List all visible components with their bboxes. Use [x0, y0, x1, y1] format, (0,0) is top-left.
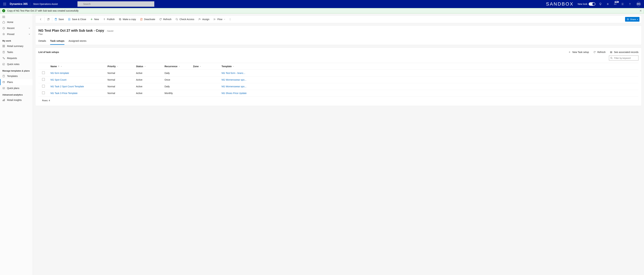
svg-point-64 [611, 57, 612, 58]
nav-templates[interactable]: Templates [0, 73, 33, 79]
save-close-button[interactable]: Save & Close [66, 16, 88, 22]
nav-retail-insights-label: Retail insights [7, 99, 22, 101]
nav-recent-label: Recent [7, 27, 14, 29]
column-header-name[interactable]: Name [50, 65, 108, 68]
chevron-down-icon: ▾ [637, 18, 638, 20]
task-name-link[interactable]: NG Spot Count [50, 78, 66, 81]
nav-requests[interactable]: Requests [0, 55, 33, 61]
cell-recurrence: Daily [164, 72, 193, 74]
new-look-toggle[interactable] [589, 2, 595, 6]
nav-home[interactable]: Home [0, 19, 33, 25]
table-row[interactable]: NG Task 3 Price TemplateNormalActiveMont… [38, 90, 638, 96]
help-icon[interactable] [628, 2, 632, 6]
template-link[interactable]: NG Test form - branc... [222, 72, 245, 74]
row-checkbox[interactable] [42, 91, 45, 94]
search-icon [610, 57, 612, 59]
new-task-setup-button[interactable]: New Task setup [568, 51, 589, 53]
brand-label[interactable]: Dynamics 365 [8, 2, 30, 5]
nav-retail-insights[interactable]: Retail insights [0, 97, 33, 103]
cell-status: Active [136, 78, 164, 81]
plus-icon[interactable] [606, 2, 610, 6]
nav-quick-notes-label: Quick notes [7, 63, 20, 65]
app-launcher-icon[interactable] [2, 1, 8, 7]
save-button[interactable]: Save [52, 16, 66, 22]
app-name-label[interactable]: Store Operations Assist [30, 3, 61, 5]
user-avatar[interactable]: MS [636, 2, 641, 6]
nav-retail-summary[interactable]: Retail summary [0, 43, 33, 49]
svg-rect-34 [3, 81, 5, 83]
lightbulb-icon[interactable] [598, 2, 602, 6]
filter-keyword-input[interactable] [609, 55, 638, 60]
global-search-input[interactable] [78, 1, 154, 7]
tab-task-setups[interactable]: Task setups [50, 39, 64, 45]
site-nav: Home Recent Pinned My work Retail summar… [0, 13, 33, 275]
nav-recent[interactable]: Recent [0, 25, 33, 31]
flow-button[interactable]: Flow [211, 16, 228, 22]
nav-home-label: Home [7, 21, 13, 23]
column-header-template[interactable]: Template [222, 65, 635, 68]
see-associated-button[interactable]: See associated records [610, 51, 638, 53]
notification-badge: 99+ [615, 1, 619, 3]
make-copy-button[interactable]: Make a copy [117, 16, 138, 22]
new-label: New [94, 18, 99, 21]
save-close-label: Save & Close [72, 18, 86, 21]
cell-status: Active [136, 92, 164, 94]
deactivate-button[interactable]: Deactivate [138, 16, 157, 22]
svg-point-13 [622, 4, 623, 4]
tab-details[interactable]: Details [38, 39, 46, 45]
task-name-link[interactable]: NG Task 2 Spot Count Template [50, 85, 84, 88]
nav-pinned[interactable]: Pinned [0, 31, 33, 37]
banner-close-icon[interactable] [640, 9, 642, 12]
column-header-status[interactable]: Status [136, 65, 164, 68]
row-checkbox[interactable] [42, 71, 45, 74]
nav-plans-label: Plans [7, 81, 13, 83]
svg-point-8 [6, 5, 6, 5]
template-link[interactable]: NG Womenswear spo... [222, 78, 246, 81]
open-new-window-button[interactable] [45, 16, 52, 22]
back-button[interactable] [38, 16, 44, 22]
svg-rect-23 [3, 46, 4, 47]
nav-retail-summary-label: Retail summary [7, 45, 23, 47]
task-name-link[interactable]: NG Task 3 Price Template [50, 92, 78, 94]
new-button[interactable]: New [88, 16, 101, 22]
nav-collapse-icon[interactable] [0, 15, 33, 19]
cell-priority: Normal [108, 78, 136, 81]
nav-section-manage: Manage templates & plans [0, 67, 33, 73]
column-header-zone[interactable]: Zone [193, 65, 222, 68]
nav-quick-notes[interactable]: Quick notes [0, 61, 33, 67]
task-name-link[interactable]: NG form template [50, 72, 69, 74]
deactivate-label: Deactivate [144, 18, 155, 21]
template-link[interactable]: NG Shoes Price Update [222, 92, 246, 94]
assign-button[interactable]: Assign [196, 16, 211, 22]
row-checkbox[interactable] [42, 78, 45, 81]
refresh-button[interactable]: Refresh [157, 16, 174, 22]
table-header-row: Name Priority Status Recurrence Zone Tem… [38, 63, 638, 70]
tab-assigned-stores[interactable]: Assigned stores [68, 39, 86, 45]
column-header-priority[interactable]: Priority [108, 65, 136, 68]
row-checkbox[interactable] [42, 85, 45, 87]
overflow-menu-icon[interactable] [228, 18, 233, 21]
top-bar: Dynamics 365 Store Operations Assist SAN… [0, 0, 644, 8]
template-link[interactable]: NG Womenswear spo... [222, 85, 246, 88]
nav-tasks[interactable]: Tasks [0, 49, 33, 55]
publish-button[interactable]: Publish [101, 16, 117, 22]
svg-point-54 [230, 18, 230, 18]
new-look-toggle-group: New look [578, 2, 595, 6]
cell-status: Active [136, 85, 164, 88]
share-button[interactable]: Share ▾ [625, 17, 640, 22]
bell-icon[interactable]: 99+ [613, 2, 617, 6]
table-row[interactable]: NG Spot CountNormalActiveOnceNG Womenswe… [38, 76, 638, 83]
svg-point-55 [230, 19, 230, 19]
column-header-recurrence[interactable]: Recurrence [164, 65, 193, 68]
check-access-button[interactable]: Check Access [174, 16, 196, 22]
nav-quick-plans[interactable]: Quick plans [0, 85, 33, 91]
check-access-label: Check Access [180, 18, 194, 21]
make-copy-label: Make a copy [123, 18, 136, 21]
svg-rect-36 [3, 87, 5, 89]
gear-icon[interactable] [620, 2, 624, 6]
svg-rect-24 [4, 46, 5, 47]
table-row[interactable]: NG Task 2 Spot Count TemplateNormalActiv… [38, 83, 638, 90]
subgrid-refresh-button[interactable]: Refresh [593, 51, 606, 53]
table-row[interactable]: NG form templateNormalActiveDailyNG Test… [38, 70, 638, 76]
nav-plans[interactable]: Plans [0, 79, 33, 85]
